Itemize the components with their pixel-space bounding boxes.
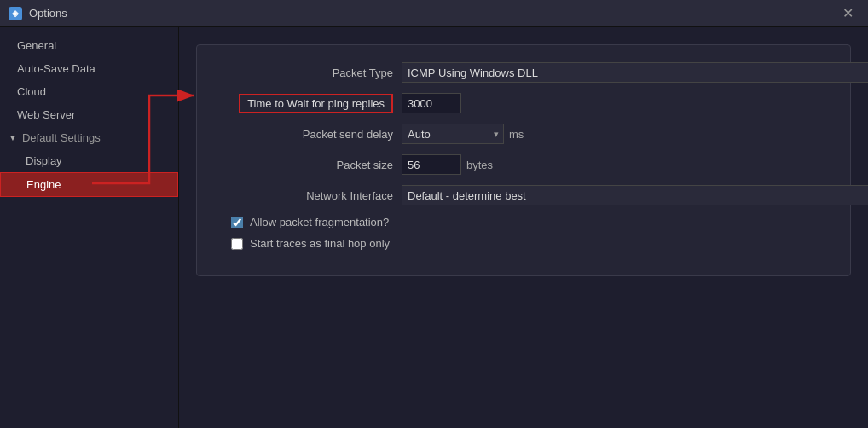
sidebar-label-engine: Engine xyxy=(26,178,61,191)
packet-size-unit: bytes xyxy=(466,159,493,171)
start-traces-row: Start traces as final hop only xyxy=(214,237,833,250)
network-interface-select[interactable]: Default - determine best xyxy=(402,185,868,205)
allow-fragmentation-row: Allow packet fragmentation? xyxy=(214,216,833,228)
time-to-wait-label: Time to Wait for ping replies xyxy=(214,94,402,113)
packet-send-delay-label: Packet send delay xyxy=(214,128,402,141)
packet-type-dropdown-wrapper[interactable]: ICMP Using Windows DLL UDP TCP xyxy=(402,62,868,83)
packet-send-delay-unit: ms xyxy=(509,128,524,141)
time-to-wait-highlighted-label: Time to Wait for ping replies xyxy=(239,94,393,113)
title-bar: ◈ Options ✕ xyxy=(0,0,868,27)
packet-size-input[interactable] xyxy=(402,154,461,175)
sidebar-label-autosave: Auto-Save Data xyxy=(17,62,95,75)
sidebar-label-defaultsettings: Default Settings xyxy=(22,131,101,144)
sidebar-label-webserver: Web Server xyxy=(17,108,75,121)
time-to-wait-row: Time to Wait for ping replies xyxy=(214,93,833,113)
network-interface-dropdown-wrapper[interactable]: Default - determine best xyxy=(402,185,868,205)
time-to-wait-input[interactable] xyxy=(402,93,461,113)
sidebar-label-cloud: Cloud xyxy=(17,85,46,98)
packet-size-row: Packet size bytes xyxy=(214,154,833,175)
packet-type-select[interactable]: ICMP Using Windows DLL UDP TCP xyxy=(402,62,868,83)
packet-send-delay-row: Packet send delay Auto 1 5 10 ms xyxy=(214,124,833,144)
sidebar-item-autosave[interactable]: Auto-Save Data xyxy=(0,57,178,80)
network-interface-row: Network Interface Default - determine be… xyxy=(214,185,833,205)
start-traces-checkbox[interactable] xyxy=(231,238,243,250)
packet-type-label: Packet Type xyxy=(214,67,402,79)
sidebar-section-defaultsettings: ▼ Default Settings xyxy=(0,126,178,149)
sidebar-item-display[interactable]: Display xyxy=(0,149,178,172)
main-layout: General Auto-Save Data Cloud Web Server … xyxy=(0,27,868,428)
triangle-icon: ▼ xyxy=(9,133,17,142)
packet-send-delay-select[interactable]: Auto 1 5 10 xyxy=(402,124,504,144)
start-traces-label: Start traces as final hop only xyxy=(250,237,390,250)
content-area: Packet Type ICMP Using Windows DLL UDP T… xyxy=(179,27,868,428)
settings-panel: Packet Type ICMP Using Windows DLL UDP T… xyxy=(196,44,851,276)
window-title: Options xyxy=(29,7,836,20)
sidebar: General Auto-Save Data Cloud Web Server … xyxy=(0,27,179,428)
sidebar-item-webserver[interactable]: Web Server xyxy=(0,103,178,126)
sidebar-item-general[interactable]: General xyxy=(0,34,178,57)
app-icon: ◈ xyxy=(9,7,22,20)
allow-fragmentation-checkbox[interactable] xyxy=(231,217,243,228)
packet-send-delay-dropdown-wrapper[interactable]: Auto 1 5 10 xyxy=(402,124,504,144)
packet-type-row: Packet Type ICMP Using Windows DLL UDP T… xyxy=(214,62,833,83)
packet-size-label: Packet size xyxy=(214,159,402,171)
close-button[interactable]: ✕ xyxy=(836,2,859,26)
sidebar-label-general: General xyxy=(17,39,56,52)
allow-fragmentation-label: Allow packet fragmentation? xyxy=(250,216,389,228)
sidebar-label-display: Display xyxy=(26,154,62,167)
network-interface-label: Network Interface xyxy=(214,189,402,202)
sidebar-item-engine[interactable]: Engine xyxy=(0,172,178,197)
sidebar-item-cloud[interactable]: Cloud xyxy=(0,80,178,103)
